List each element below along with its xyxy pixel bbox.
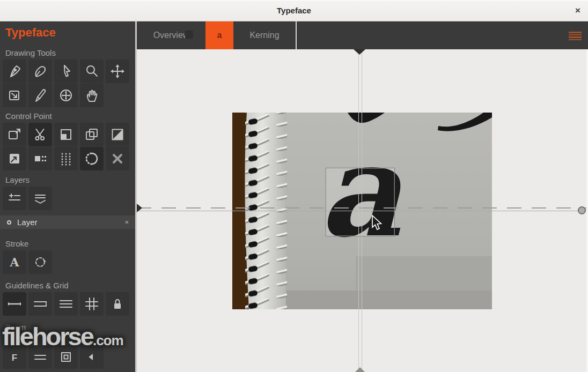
corner-fill-icon — [58, 127, 74, 142]
tool-diagonal-fill[interactable] — [106, 123, 129, 146]
horizontal-guide-left-handle[interactable] — [137, 204, 142, 212]
tool-bezier-pen[interactable] — [28, 59, 52, 83]
watermark-tld: .com — [93, 332, 123, 348]
text-style-a-icon: A — [7, 255, 22, 270]
rotate-dashed-icon — [33, 255, 48, 270]
zoom-search-icon — [84, 64, 99, 79]
tool-move[interactable] — [106, 59, 129, 83]
select-arrow-icon — [58, 64, 74, 79]
app-logo: Typeface — [5, 26, 56, 40]
tool-rect-select[interactable] — [3, 123, 26, 146]
titlebar: Typeface × — [0, 0, 588, 21]
layer-item-label: Layer — [17, 218, 124, 227]
align-blocks-icon — [33, 151, 48, 166]
page-shade-2 — [286, 291, 492, 309]
tool-text-style[interactable]: A — [3, 250, 26, 274]
move-arrows-icon — [110, 64, 125, 79]
tool-pan-circle[interactable] — [54, 84, 78, 107]
tabbar-separator — [296, 21, 297, 49]
layers-row — [3, 187, 52, 210]
glyph-canvas[interactable]: a — [137, 49, 588, 372]
tool-detail-pen[interactable] — [28, 84, 52, 107]
tool-hand[interactable] — [80, 84, 104, 107]
tool-dotted-circle[interactable] — [80, 147, 104, 170]
duplicate-icon — [84, 127, 99, 142]
drawing-tools-row-1 — [3, 59, 129, 83]
window-close-icon[interactable]: × — [575, 5, 580, 16]
tabbar: Overview a Kerning — [137, 21, 588, 49]
delete-x-icon — [110, 151, 125, 166]
tool-double-guide[interactable] — [28, 292, 52, 316]
triple-guide-icon — [58, 296, 74, 311]
vertical-guide-bottom-handle[interactable] — [355, 367, 365, 372]
svg-text:A: A — [9, 255, 19, 269]
tool-rotate-dashed[interactable] — [28, 250, 52, 274]
tool-delete-x[interactable] — [106, 147, 129, 170]
fill-arrow-icon — [7, 151, 22, 166]
section-label-control-point: Control Point — [5, 111, 52, 121]
layer-close-icon[interactable]: × — [124, 218, 129, 226]
tool-fill-arrow[interactable] — [3, 147, 26, 170]
dotted-circle-icon — [84, 151, 99, 166]
glyph-selection-box[interactable] — [326, 168, 395, 236]
pen-nib-icon — [7, 64, 22, 79]
layer-stack-icon — [33, 191, 48, 206]
section-label-drawing-tools: Drawing Tools — [5, 48, 56, 57]
distribute-dots-icon — [58, 151, 74, 166]
diagonal-fill-icon — [110, 127, 125, 142]
scale-rect-icon — [7, 88, 22, 103]
lock-icon — [110, 296, 125, 311]
tab-indicator-square — [185, 31, 193, 39]
guidelines-row — [3, 292, 129, 316]
detail-pen-icon — [33, 88, 48, 103]
section-label-layers: Layers — [5, 175, 30, 184]
tool-lock[interactable] — [106, 292, 129, 316]
grid-icon — [84, 296, 99, 311]
sidebar: Typeface Drawing Tools Control Point — [0, 21, 135, 372]
scissors-icon — [33, 127, 48, 142]
mouse-cursor — [371, 215, 382, 231]
drawing-tools-row-2 — [3, 84, 104, 107]
vertical-guide-top-handle[interactable] — [354, 49, 365, 55]
double-guide-icon — [33, 296, 48, 311]
tool-select-arrow[interactable] — [54, 59, 78, 83]
section-label-guidelines: Guidelines & Grid — [5, 281, 69, 290]
horizontal-guide-knob[interactable] — [578, 206, 586, 214]
control-point-row-1 — [3, 123, 129, 146]
tool-corner-fill[interactable] — [54, 123, 78, 146]
single-guide-icon — [7, 296, 22, 311]
tab-overview[interactable]: Overview — [137, 21, 205, 49]
tool-triple-guide[interactable] — [54, 292, 78, 316]
tool-single-guide[interactable] — [3, 292, 26, 316]
tab-kerning[interactable]: Kerning — [233, 21, 296, 49]
typeface-app-window: Typeface × Typeface Drawing Tools Contro… — [0, 0, 588, 372]
tool-distribute-dots[interactable] — [54, 147, 78, 170]
hand-icon — [84, 88, 99, 103]
tool-duplicate[interactable] — [80, 123, 104, 146]
control-point-row-2 — [3, 147, 129, 170]
tab-glyph-a[interactable]: a — [205, 21, 233, 49]
bezier-pen-icon — [33, 64, 48, 79]
stroke-row: A — [3, 250, 52, 274]
tool-add-layer[interactable] — [3, 187, 26, 210]
filehorse-watermark: filehorse.com — [2, 322, 123, 355]
tool-grid[interactable] — [80, 292, 104, 316]
tool-pen-nib[interactable] — [3, 59, 26, 83]
tool-scale-rect[interactable] — [3, 84, 26, 107]
layer-list-item[interactable]: Layer × — [0, 215, 135, 229]
menu-hamburger-icon[interactable] — [569, 32, 582, 40]
tool-layer-stack[interactable] — [28, 187, 52, 210]
watermark-name: filehorse — [2, 322, 93, 351]
rect-select-icon — [7, 127, 22, 142]
layer-bullet-icon — [7, 220, 11, 225]
add-layer-icon — [7, 191, 22, 206]
tool-zoom[interactable] — [80, 59, 104, 83]
tool-align-blocks[interactable] — [28, 147, 52, 170]
window-title: Typeface — [0, 6, 588, 15]
tool-scissors[interactable] — [28, 123, 52, 146]
pan-circle-icon — [58, 88, 74, 103]
section-label-stroke: Stroke — [5, 239, 28, 248]
